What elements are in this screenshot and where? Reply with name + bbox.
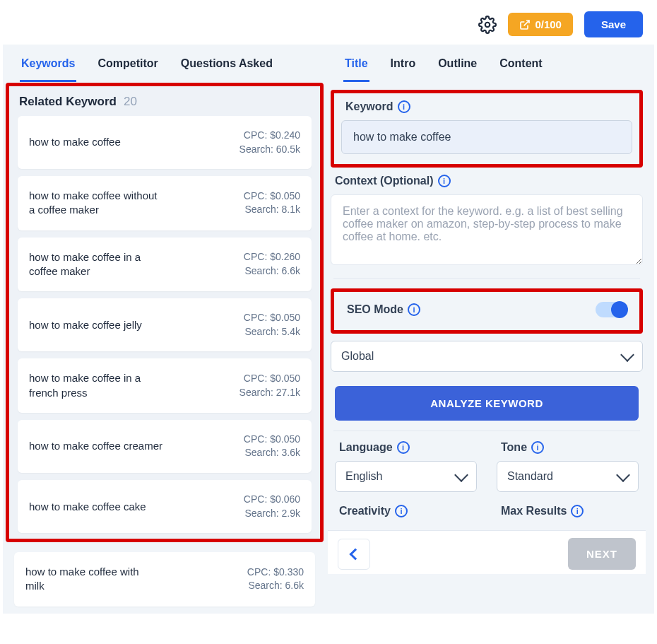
language-value: English (345, 470, 382, 483)
info-icon[interactable]: i (395, 505, 408, 517)
keyword-label: Keyword (345, 100, 393, 113)
keyword-term: how to make coffee without a coffee make… (29, 189, 163, 218)
tab-content[interactable]: Content (498, 53, 543, 82)
keyword-list: how to make coffeeCPC: $0.240Search: 60.… (9, 116, 320, 541)
analyze-keyword-button[interactable]: ANALYZE KEYWORD (335, 386, 639, 421)
keyword-term: how to make coffee cake (29, 500, 146, 514)
svg-line-1 (524, 21, 529, 25)
keyword-card[interactable]: how to make coffeeCPC: $0.240Search: 60.… (18, 116, 312, 169)
keyword-meta: CPC: $0.050Search: 27.1k (239, 372, 300, 399)
language-select[interactable]: English (335, 461, 477, 492)
keyword-card[interactable]: how to make coffee creamerCPC: $0.050Sea… (18, 420, 312, 473)
chevron-down-icon (620, 348, 634, 362)
bottom-bar: NEXT (328, 530, 646, 574)
tone-value: Standard (507, 470, 553, 483)
chevron-down-icon (454, 468, 468, 482)
keyword-term: how to make coffee creamer (29, 439, 162, 453)
left-tabs: Keywords Competitor Questions Asked (3, 45, 326, 83)
chevron-left-icon (350, 548, 362, 560)
usage-label: 0/100 (535, 18, 562, 30)
info-icon[interactable]: i (408, 303, 420, 316)
max-results-label: Max Results (501, 505, 567, 517)
region-select[interactable]: Global (331, 341, 643, 372)
keyword-term: how to make coffee in a coffee maker (29, 250, 163, 279)
seo-mode-toggle[interactable] (596, 302, 627, 317)
gear-icon (478, 16, 497, 34)
context-label: Context (Optional) (335, 175, 434, 187)
usage-button[interactable]: 0/100 (508, 13, 573, 36)
info-icon[interactable]: i (438, 175, 451, 187)
tab-keywords[interactable]: Keywords (20, 53, 76, 82)
keyword-meta: CPC: $0.240Search: 60.5k (239, 129, 300, 156)
keyword-card[interactable]: how to make coffee without a coffee make… (18, 176, 312, 230)
keyword-section: Keyword i (331, 90, 643, 168)
back-button[interactable] (338, 539, 370, 570)
keyword-meta: CPC: $0.260Search: 6.6k (244, 250, 300, 278)
top-bar: 0/100 Save (0, 0, 657, 45)
divider (333, 431, 640, 431)
keyword-term: how to make coffee (29, 135, 121, 149)
tab-outline[interactable]: Outline (437, 53, 478, 82)
left-panel: Keywords Competitor Questions Asked Rela… (3, 45, 326, 614)
divider (333, 278, 640, 279)
seo-mode-section: SEO Mode i (331, 288, 643, 334)
related-keyword-count: 20 (124, 95, 137, 109)
keyword-meta: CPC: $0.050Search: 3.6k (244, 433, 300, 460)
creativity-label: Creativity (339, 505, 391, 517)
right-panel: Title Intro Outline Content Keyword i Co… (326, 45, 654, 614)
keyword-card[interactable]: how to make coffee in a coffee makerCPC:… (18, 238, 312, 292)
keyword-card[interactable]: how to make coffee cakeCPC: $0.060Search… (18, 480, 312, 533)
tone-select[interactable]: Standard (497, 461, 639, 492)
keyword-term: how to make coffee in a french press (29, 371, 163, 400)
info-icon[interactable]: i (571, 505, 584, 517)
save-button[interactable]: Save (584, 11, 643, 37)
info-icon[interactable]: i (531, 441, 544, 454)
keyword-card[interactable]: how to make coffee jellyCPC: $0.050Searc… (18, 298, 312, 351)
keyword-meta: CPC: $0.050Search: 5.4k (244, 311, 300, 339)
keyword-term: how to make coffee with milk (25, 565, 160, 594)
external-icon (519, 19, 531, 30)
related-keyword-label: Related Keyword (19, 95, 117, 109)
related-keywords-box: Related Keyword 20 how to make coffeeCPC… (6, 83, 324, 542)
info-icon[interactable]: i (398, 100, 410, 113)
info-icon[interactable]: i (397, 441, 410, 454)
keyword-input[interactable] (341, 120, 632, 154)
tab-questions[interactable]: Questions Asked (179, 53, 274, 82)
keyword-meta: CPC: $0.330Search: 6.6k (247, 566, 304, 593)
svg-point-0 (485, 22, 490, 27)
tab-competitor[interactable]: Competitor (96, 53, 159, 82)
keyword-card[interactable]: how to make coffee with milkCPC: $0.330S… (14, 552, 315, 607)
keyword-meta: CPC: $0.050Search: 8.1k (244, 189, 300, 217)
tone-label: Tone (501, 441, 527, 454)
keyword-meta: CPC: $0.060Search: 2.9k (244, 493, 300, 520)
keyword-term: how to make coffee jelly (29, 318, 142, 332)
seo-mode-label: SEO Mode (347, 303, 403, 316)
context-input[interactable] (331, 194, 643, 265)
tab-title[interactable]: Title (343, 53, 369, 82)
region-value: Global (341, 350, 374, 363)
settings-button[interactable] (478, 16, 497, 34)
keyword-list-overflow: how to make coffee with milkCPC: $0.330S… (3, 545, 326, 614)
language-label: Language (339, 441, 393, 454)
right-tabs: Title Intro Outline Content (326, 45, 650, 83)
tab-intro[interactable]: Intro (389, 53, 418, 82)
next-button[interactable]: NEXT (568, 538, 636, 570)
chevron-down-icon (616, 468, 630, 482)
keyword-card[interactable]: how to make coffee in a french pressCPC:… (18, 358, 312, 413)
